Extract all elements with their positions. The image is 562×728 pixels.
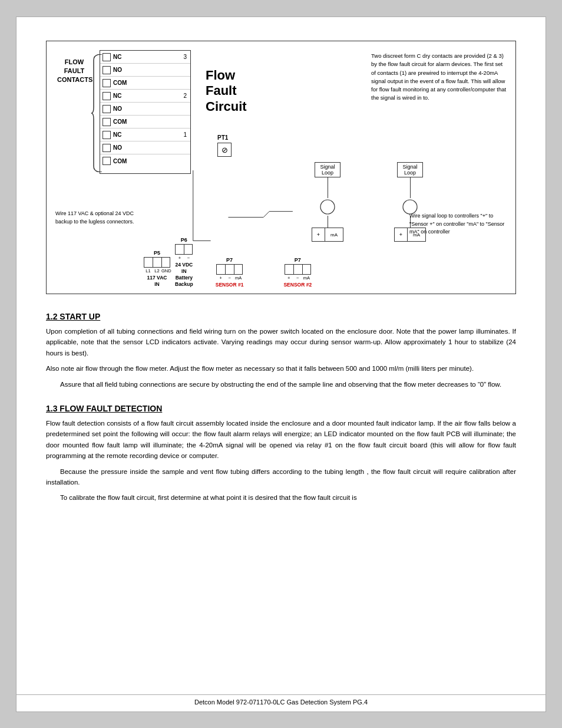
terminal-box: [103, 131, 111, 139]
terminal-row: NC 3: [100, 51, 190, 64]
terminal-box: [103, 53, 111, 61]
terminal-row: NO: [100, 103, 190, 116]
terminal-row: NC 1: [100, 129, 190, 141]
terminal-row: NC 2: [100, 90, 190, 103]
ffc-circuit-heading: Flow Fault Circuit: [206, 68, 247, 114]
ma-connector-1: + mA: [312, 228, 343, 242]
section-13-para3: To calibrate the flow fault circuit, fir…: [46, 492, 516, 503]
terminal-row: COM: [100, 154, 190, 167]
conn-p5: P5 L1 L2 GND 117 VACIN: [144, 250, 170, 288]
section-13-body: Flow fault detection consists of a flow …: [46, 418, 516, 503]
section-12-body: Upon completion of all tubing connection…: [46, 326, 516, 390]
terminal-box: [103, 157, 111, 165]
signal-circle-1: [319, 198, 336, 216]
conn-p6: P6 + − 24 VDCINBatteryBackup: [175, 237, 193, 288]
pt1-label: PT1: [217, 134, 228, 141]
terminal-box: [103, 92, 111, 100]
page: FLOW FAULT CONTACTS NC 3 NO COM: [16, 17, 546, 712]
terminal-box: [103, 79, 111, 87]
diagram-container: FLOW FAULT CONTACTS NC 3 NO COM: [46, 41, 516, 294]
pt1-symbol: ⊘: [217, 143, 232, 157]
diagram-description: Two discreet form C dry contacts are pro…: [371, 52, 507, 103]
terminal-box: [103, 118, 111, 126]
conn-p7a: P7 + − mA SENSOR #1: [216, 257, 244, 288]
section-13-heading: 1.3 FLOW FAULT DETECTION: [46, 404, 516, 413]
terminal-row: COM: [100, 77, 190, 90]
terminal-box: [103, 66, 111, 74]
signal-loop-1: SignalLoop + mA: [312, 162, 343, 242]
section-12-para2: Also note air flow through the flow mete…: [46, 363, 516, 374]
section-13-para1: Flow fault detection consists of a flow …: [46, 418, 516, 462]
terminal-box: [103, 144, 111, 152]
wire-note-right: Wire signal loop to controllers "+" to "…: [409, 212, 507, 236]
section-12-para1: Upon completion of all tubing connection…: [46, 326, 516, 358]
section-12-para3: Assure that all field tubing connections…: [46, 379, 516, 390]
footer: Detcon Model 972-071170-0LC Gas Detectio…: [16, 694, 546, 706]
svg-line-5: [263, 212, 269, 218]
wire-label-left: Wire 117 VAC & optional 24 VDC backup to…: [55, 210, 141, 226]
terminal-block: NC 3 NO COM NC 2 NO: [100, 50, 191, 174]
signal-line-1: [328, 177, 328, 198]
ffc-label: FLOW FAULT CONTACTS: [57, 58, 91, 84]
terminal-row: NO: [100, 141, 190, 154]
signal-line-2: [410, 177, 411, 198]
terminal-box: [103, 105, 111, 113]
conn-p7b: P7 + − mA SENSOR #2: [283, 257, 312, 288]
terminal-row: NO: [100, 64, 190, 77]
section-13-para2: Because the pressure inside the sample a…: [46, 466, 516, 488]
svg-point-0: [320, 200, 335, 214]
connectors-row: P5 L1 L2 GND 117 VACIN P6: [144, 237, 312, 288]
section-12-heading: 1.2 START UP: [46, 312, 516, 321]
terminal-row: COM: [100, 116, 190, 129]
